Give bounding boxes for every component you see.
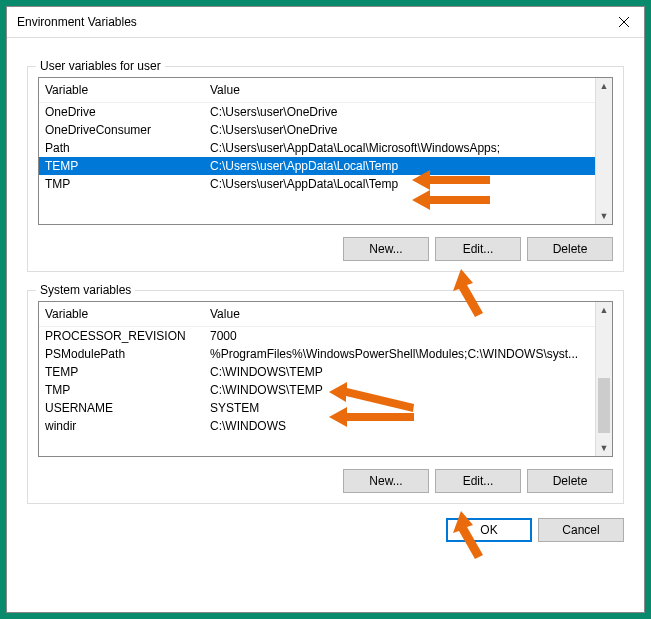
scrollbar[interactable]: ▲ ▼	[595, 302, 612, 456]
scroll-up-icon[interactable]: ▲	[596, 78, 612, 94]
dialog-body: User variables for user Variable Value O…	[7, 38, 644, 612]
close-button[interactable]	[612, 13, 636, 31]
scroll-thumb[interactable]	[598, 378, 610, 433]
table-row-selected[interactable]: TEMP C:\Users\user\AppData\Local\Temp	[39, 157, 595, 175]
table-row[interactable]: TMP C:\WINDOWS\TEMP	[39, 381, 595, 399]
close-icon	[618, 16, 630, 28]
table-row[interactable]: windir C:\WINDOWS	[39, 417, 595, 435]
scroll-track[interactable]	[596, 94, 612, 208]
system-delete-button[interactable]: Delete	[527, 469, 613, 493]
user-group-label: User variables for user	[36, 59, 165, 73]
table-row[interactable]: Path C:\Users\user\AppData\Local\Microso…	[39, 139, 595, 157]
user-edit-button[interactable]: Edit...	[435, 237, 521, 261]
table-row[interactable]: USERNAME SYSTEM	[39, 399, 595, 417]
column-header-value[interactable]: Value	[210, 83, 589, 97]
column-header-value[interactable]: Value	[210, 307, 589, 321]
user-delete-button[interactable]: Delete	[527, 237, 613, 261]
table-row[interactable]: OneDrive C:\Users\user\OneDrive	[39, 103, 595, 121]
scroll-up-icon[interactable]: ▲	[596, 302, 612, 318]
window-title: Environment Variables	[17, 15, 137, 29]
ok-button[interactable]: OK	[446, 518, 532, 542]
environment-variables-dialog: Environment Variables User variables for…	[6, 6, 645, 613]
scroll-down-icon[interactable]: ▼	[596, 440, 612, 456]
user-new-button[interactable]: New...	[343, 237, 429, 261]
user-list-header[interactable]: Variable Value	[39, 78, 595, 103]
cancel-button[interactable]: Cancel	[538, 518, 624, 542]
system-variables-list[interactable]: Variable Value PROCESSOR_REVISION 7000 P…	[38, 301, 613, 457]
user-variables-list[interactable]: Variable Value OneDrive C:\Users\user\On…	[38, 77, 613, 225]
scroll-down-icon[interactable]: ▼	[596, 208, 612, 224]
table-row[interactable]: OneDriveConsumer C:\Users\user\OneDrive	[39, 121, 595, 139]
column-header-variable[interactable]: Variable	[45, 307, 210, 321]
column-header-variable[interactable]: Variable	[45, 83, 210, 97]
system-list-header[interactable]: Variable Value	[39, 302, 595, 327]
system-variables-group: System variables Variable Value PROCESSO…	[27, 290, 624, 504]
scrollbar[interactable]: ▲ ▼	[595, 78, 612, 224]
system-new-button[interactable]: New...	[343, 469, 429, 493]
table-row[interactable]: PROCESSOR_REVISION 7000	[39, 327, 595, 345]
user-variables-group: User variables for user Variable Value O…	[27, 66, 624, 272]
system-edit-button[interactable]: Edit...	[435, 469, 521, 493]
table-row[interactable]: PSModulePath %ProgramFiles%\WindowsPower…	[39, 345, 595, 363]
table-row[interactable]: TEMP C:\WINDOWS\TEMP	[39, 363, 595, 381]
titlebar: Environment Variables	[7, 7, 644, 38]
table-row[interactable]: TMP C:\Users\user\AppData\Local\Temp	[39, 175, 595, 193]
system-group-label: System variables	[36, 283, 135, 297]
scroll-track[interactable]	[596, 318, 612, 440]
